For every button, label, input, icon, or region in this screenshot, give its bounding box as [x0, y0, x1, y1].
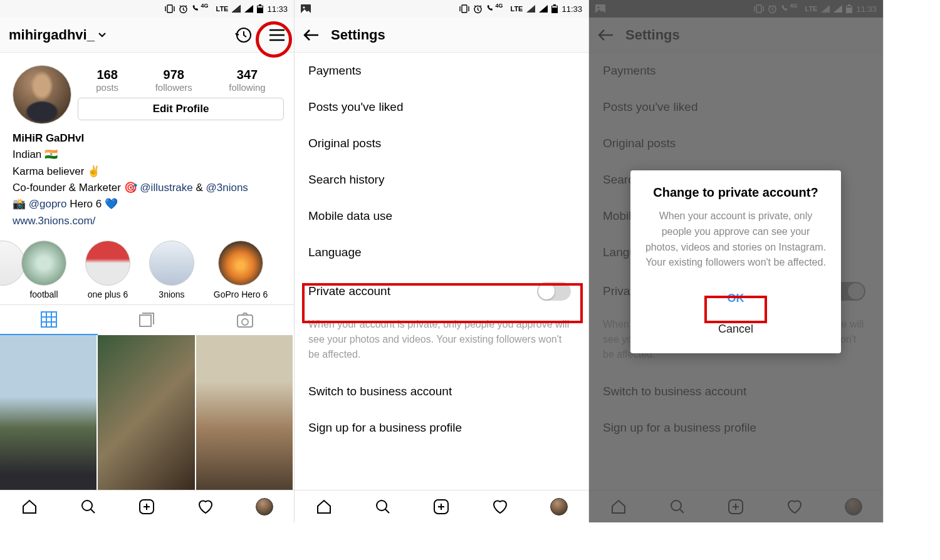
highlight-item[interactable]: 3nions: [147, 241, 197, 299]
nav-add[interactable]: [412, 490, 471, 522]
dialog-title: Change to private account?: [644, 185, 827, 200]
settings-switch-business[interactable]: Switch to business account: [295, 373, 588, 410]
following-count: 347: [229, 68, 265, 82]
nav-home[interactable]: [295, 490, 353, 522]
svg-point-13: [303, 6, 305, 8]
highlight-cover: [149, 241, 194, 286]
status-time: 11:33: [561, 4, 582, 14]
profile-top: 168 posts 978 followers 347 following Ed…: [0, 53, 294, 130]
highlight-item[interactable]: football: [19, 241, 69, 299]
highlight-item[interactable]: GoPro Hero 6: [211, 241, 271, 299]
bottom-nav: [0, 490, 294, 522]
net-4g-label: 4G: [201, 3, 208, 9]
status-bar: 4G LTE 11:33: [295, 0, 588, 18]
nav-profile[interactable]: [235, 490, 294, 522]
post-thumbnail[interactable]: [0, 335, 98, 490]
screen-dialog: 4G LTE 11:33 Settings Payments Posts you…: [589, 0, 884, 522]
private-account-description: When your account is private, only peopl…: [295, 312, 588, 373]
dialog-cancel-button[interactable]: Cancel: [644, 315, 827, 343]
settings-list[interactable]: Payments Posts you've liked Original pos…: [295, 53, 588, 490]
nav-home[interactable]: [0, 490, 59, 522]
settings-original-posts[interactable]: Original posts: [295, 125, 588, 162]
tab-tagged[interactable]: [196, 305, 294, 335]
screen-profile: ▩ 4G LTE 11:33 mihirgadhvi_: [0, 0, 295, 522]
archive-icon[interactable]: [235, 26, 253, 44]
highlights-row[interactable]: ake football one plus 6 3nions GoPro Her…: [0, 229, 294, 304]
vibrate-icon: [165, 4, 175, 13]
bio-name: MiHiR GaDHvI: [13, 130, 281, 147]
svg-rect-0: [167, 5, 172, 13]
followers-count: 978: [155, 68, 192, 82]
status-time: 11:33: [267, 4, 288, 14]
nav-profile[interactable]: [530, 490, 588, 522]
bio-link[interactable]: www.3nions.com/: [13, 213, 281, 229]
post-thumbnail[interactable]: [196, 335, 294, 490]
svg-point-9: [242, 319, 248, 325]
stats-row: 168 posts 978 followers 347 following: [78, 68, 284, 93]
highlight-label: one plus 6: [83, 289, 133, 299]
signal-icon-2: [244, 5, 253, 13]
nav-search[interactable]: [353, 490, 412, 522]
battery-icon: [551, 4, 558, 13]
settings-header: Settings: [295, 18, 588, 53]
bottom-nav: [295, 490, 588, 522]
post-thumbnail[interactable]: [98, 335, 196, 490]
dialog-ok-button[interactable]: OK: [644, 284, 827, 313]
svg-rect-4: [258, 6, 263, 8]
bio-line-1: Indian 🇮🇳: [13, 147, 281, 163]
stat-following[interactable]: 347 following: [229, 68, 265, 93]
mention-illustrake[interactable]: @illustrake: [140, 182, 192, 194]
post-grid: [0, 335, 294, 490]
lte-label: LTE: [510, 5, 523, 13]
bio-line-3: Co-founder & Marketer 🎯 @illustrake & @3…: [13, 180, 281, 196]
followers-label: followers: [155, 82, 192, 93]
settings-mobile-data[interactable]: Mobile data use: [295, 198, 588, 234]
settings-search-history[interactable]: Search history: [295, 162, 588, 198]
username-dropdown[interactable]: mihirgadhvi_: [9, 27, 106, 43]
net-4g-label: 4G: [495, 3, 503, 9]
highlight-label: ake: [0, 289, 5, 299]
nav-avatar-icon: [256, 498, 273, 516]
posts-label: posts: [96, 82, 118, 93]
profile-tabs: [0, 304, 294, 335]
stat-posts[interactable]: 168 posts: [96, 68, 118, 93]
highlight-cover: [85, 241, 130, 286]
vibrate-icon: [459, 4, 469, 13]
mention-gopro[interactable]: @gopro: [29, 198, 67, 210]
volte-icon: [192, 4, 201, 13]
highlight-label: 3nions: [147, 289, 197, 299]
highlight-item[interactable]: one plus 6: [83, 241, 133, 299]
settings-private-account[interactable]: Private account: [295, 271, 588, 312]
highlight-cover: [218, 241, 263, 286]
nav-avatar-icon: [550, 498, 568, 516]
stat-followers[interactable]: 978 followers: [155, 68, 192, 93]
tab-feed[interactable]: [98, 305, 196, 335]
svg-rect-7: [140, 315, 151, 326]
settings-liked-posts[interactable]: Posts you've liked: [295, 89, 588, 125]
tab-grid[interactable]: [0, 305, 98, 335]
nav-activity[interactable]: [176, 490, 235, 522]
volte-icon: [486, 4, 495, 13]
nav-add[interactable]: [118, 490, 177, 522]
settings-signup-business[interactable]: Sign up for a business profile: [295, 410, 588, 446]
signal-icon-1: [232, 5, 241, 13]
nav-activity[interactable]: [471, 490, 530, 522]
settings-language[interactable]: Language: [295, 234, 588, 271]
alarm-icon: [179, 4, 188, 14]
highlight-item[interactable]: ake: [0, 241, 5, 299]
nav-search[interactable]: [59, 490, 118, 522]
back-button[interactable]: [303, 29, 320, 41]
edit-profile-button[interactable]: Edit Profile: [78, 98, 284, 120]
profile-avatar[interactable]: [13, 65, 71, 124]
signal-icon-1: [526, 5, 535, 13]
battery-icon: [257, 4, 263, 13]
status-bar: ▩ 4G LTE 11:33: [0, 0, 294, 18]
private-account-toggle[interactable]: [537, 282, 571, 301]
svg-rect-3: [259, 4, 261, 6]
hamburger-menu-icon[interactable]: [269, 29, 285, 41]
mention-3nions[interactable]: @3nions: [206, 182, 248, 194]
highlight-cover: [21, 241, 66, 286]
settings-payments[interactable]: Payments: [295, 53, 588, 89]
dialog-body: When your account is private, only peopl…: [644, 209, 827, 271]
private-account-label: Private account: [308, 284, 390, 298]
